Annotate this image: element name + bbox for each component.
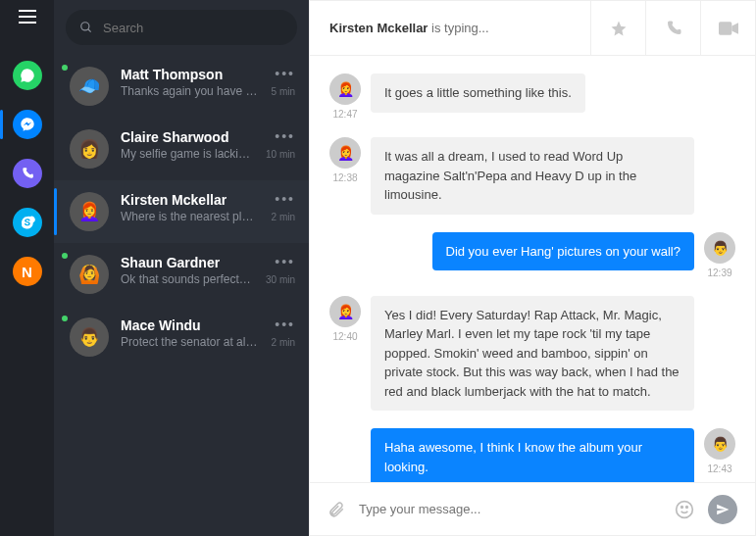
message-time: 12:43: [704, 463, 735, 474]
message-avatar: [704, 428, 735, 460]
avatar: [70, 129, 109, 169]
message-composer: [310, 482, 755, 535]
chat-list-item[interactable]: Matt Thompson Thanks again you have been…: [54, 55, 309, 118]
app-messenger-icon[interactable]: [13, 110, 42, 139]
message-time: 12:47: [329, 109, 361, 120]
online-indicator: [62, 253, 68, 259]
chat-preview: Where is the nearest place to…: [121, 210, 260, 223]
avatar: [70, 255, 109, 294]
chat-time: 30 min: [266, 274, 295, 285]
chat-preview: My selfie game is lacking can…: [121, 147, 254, 161]
message-row: 12:39 Did you ever Hang' pictures on you…: [329, 232, 735, 278]
chat-time: 2 min: [272, 337, 295, 348]
attachment-icon[interactable]: [328, 501, 345, 518]
app-n-icon[interactable]: N: [13, 257, 42, 286]
more-icon[interactable]: •••: [275, 129, 295, 143]
online-indicator: [62, 65, 68, 71]
star-icon[interactable]: [590, 1, 645, 56]
chat-preview: Ok that sounds perfect 👍: [121, 272, 254, 286]
message-bubble: Did you ever Hang' pictures on your wall…: [432, 232, 695, 271]
svg-line-1: [88, 29, 91, 32]
chat-list-item[interactable]: Kirsten Mckellar Where is the nearest pl…: [54, 180, 309, 243]
app-skype-icon[interactable]: [13, 208, 42, 237]
search-icon: [79, 21, 93, 34]
more-icon[interactable]: •••: [275, 192, 295, 206]
chat-time: 5 min: [272, 86, 295, 97]
more-icon[interactable]: •••: [275, 255, 295, 268]
send-button[interactable]: [708, 495, 737, 524]
avatar: [70, 67, 109, 106]
conversation-panel: Kirsten Mckellar is typing... 12:47 It g…: [309, 0, 756, 536]
chat-name: Shaun Gardner: [121, 255, 254, 270]
conversation-header: Kirsten Mckellar is typing...: [310, 1, 755, 56]
chat-name: Mace Windu: [121, 317, 260, 333]
svg-point-4: [681, 506, 683, 508]
message-bubble: It was all a dream, I used to read Word …: [371, 137, 694, 215]
message-list: 12:47 It goes a little something like th…: [310, 56, 755, 482]
video-icon[interactable]: [700, 1, 755, 56]
message-avatar: [704, 232, 735, 264]
menu-icon[interactable]: [19, 10, 36, 24]
search-input[interactable]: [103, 21, 283, 35]
avatar: [70, 317, 109, 357]
chat-time: 10 min: [266, 149, 295, 160]
message-bubble: Yes I did! Every Saturday! Rap Attack, M…: [371, 296, 694, 412]
search-field[interactable]: [66, 10, 297, 45]
message-avatar: [329, 296, 361, 327]
chat-time: 2 min: [272, 212, 295, 222]
message-time: 12:38: [329, 172, 361, 183]
chat-preview: Thanks again you have been…: [121, 84, 260, 98]
message-row: 12:38 It was all a dream, I used to read…: [329, 137, 735, 215]
chat-name: Matt Thompson: [121, 67, 260, 82]
chat-list-panel: Matt Thompson Thanks again you have been…: [54, 0, 309, 536]
phone-icon[interactable]: [645, 1, 700, 56]
svg-point-5: [686, 506, 688, 508]
message-row: 12:40 Yes I did! Every Saturday! Rap Att…: [329, 296, 735, 412]
online-indicator: [62, 316, 68, 321]
message-row: 12:47 It goes a little something like th…: [329, 73, 735, 120]
svg-point-3: [677, 501, 693, 517]
message-time: 12:39: [704, 268, 735, 278]
message-bubble: Haha awesome, I think I know the album y…: [371, 428, 694, 482]
emoji-icon[interactable]: [675, 500, 694, 519]
app-whatsapp-icon[interactable]: [13, 61, 42, 90]
chat-preview: Protect the senator at all costs.: [121, 335, 260, 349]
more-icon[interactable]: •••: [275, 67, 295, 80]
header-contact-name: Kirsten Mckellar: [329, 21, 428, 35]
chat-name: Claire Sharwood: [121, 129, 254, 145]
typing-indicator: Kirsten Mckellar is typing...: [310, 21, 590, 35]
message-avatar: [329, 73, 361, 105]
chat-name: Kirsten Mckellar: [121, 192, 260, 208]
header-status: is typing...: [431, 21, 489, 35]
message-input[interactable]: [359, 502, 661, 516]
avatar: [70, 192, 109, 231]
svg-rect-2: [719, 22, 731, 34]
message-bubble: It goes a little something like this.: [371, 73, 585, 113]
svg-point-0: [81, 23, 89, 30]
chat-list-item[interactable]: Shaun Gardner Ok that sounds perfect 👍 •…: [54, 243, 309, 306]
message-row: 12:43 Haha awesome, I think I know the a…: [329, 428, 735, 482]
app-rail: N: [0, 0, 54, 536]
app-viber-icon[interactable]: [13, 159, 42, 188]
chat-list-item[interactable]: Mace Windu Protect the senator at all co…: [54, 306, 309, 368]
message-time: 12:40: [329, 331, 361, 342]
more-icon[interactable]: •••: [275, 317, 295, 331]
chat-list-item[interactable]: Claire Sharwood My selfie game is lackin…: [54, 118, 309, 180]
message-avatar: [329, 137, 361, 169]
